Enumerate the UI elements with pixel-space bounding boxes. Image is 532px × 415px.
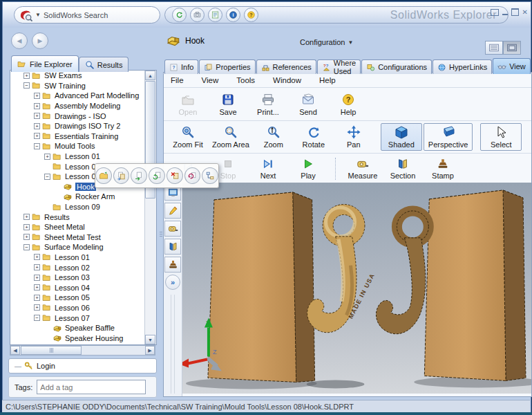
tree-expander[interactable]: +: [34, 284, 40, 290]
tree-item-label[interactable]: Mould Tools: [55, 142, 95, 150]
tree-item[interactable]: +Lesson 04: [10, 282, 145, 293]
tree-item[interactable]: +Sheet Metal Test: [10, 232, 145, 243]
open-button[interactable]: Open: [168, 91, 208, 118]
tree-item[interactable]: −SW Training: [10, 81, 145, 91]
scroll-right-arrow[interactable]: ▶: [145, 346, 155, 355]
tree-item[interactable]: −Surface Modeling: [10, 242, 145, 252]
refresh-button[interactable]: [172, 8, 187, 22]
tree-item-label[interactable]: Lesson 03: [55, 273, 90, 282]
back-button[interactable]: ◀: [11, 33, 28, 49]
help-button[interactable]: ?: [244, 8, 258, 22]
form-button[interactable]: [208, 8, 222, 22]
section-side-button[interactable]: [164, 239, 181, 255]
scroll-up-arrow[interactable]: ▲: [145, 71, 155, 80]
refs-doc-button[interactable]: [202, 167, 218, 184]
tree-item[interactable]: +Advanced Part Modelling: [10, 91, 145, 101]
tree-expander[interactable]: +: [23, 214, 30, 220]
expand-toolbar-button[interactable]: »: [165, 275, 180, 290]
tree-item-label[interactable]: Sheet Metal: [44, 223, 85, 231]
forward-button[interactable]: ▶: [32, 33, 48, 49]
menu-view[interactable]: View: [202, 76, 219, 84]
window-menu-button[interactable]: [491, 9, 499, 16]
tree-item[interactable]: +Assembly Modeling: [10, 101, 145, 111]
tree-expander[interactable]: +: [34, 295, 40, 301]
tree-expander[interactable]: +: [34, 254, 40, 260]
tab-where-used[interactable]: ??Where Used: [317, 59, 361, 74]
tab-info[interactable]: ?Info: [164, 59, 198, 74]
tree-item-label[interactable]: Essentials Training: [55, 132, 118, 140]
tree-expander[interactable]: +: [44, 154, 50, 160]
tree-item-label[interactable]: Lesson 07: [55, 314, 90, 322]
tab-properties[interactable]: Properties: [199, 59, 255, 74]
tree-expander[interactable]: +: [34, 275, 40, 281]
tree-item-label[interactable]: Lesson 01: [65, 152, 100, 160]
tree-horizontal-scrollbar[interactable]: ◀ ▶: [10, 345, 155, 356]
measure-side-button[interactable]: [164, 221, 181, 237]
tree-item[interactable]: +Lesson 06: [10, 303, 145, 313]
section-button[interactable]: Section: [383, 156, 423, 181]
copy-doc-button[interactable]: [113, 167, 130, 184]
right-mold-block[interactable]: [424, 190, 526, 380]
tree-expander[interactable]: −: [34, 143, 40, 149]
tree-item-label[interactable]: Speaker Baffle: [65, 324, 115, 332]
zoom-fit-button[interactable]: Zoom Fit: [168, 124, 208, 150]
zoom-area-button[interactable]: Zoom Area: [208, 124, 254, 150]
tree-expander[interactable]: +: [34, 123, 40, 129]
send-button[interactable]: Send: [288, 91, 328, 118]
tree-item[interactable]: +SW Exams: [10, 71, 145, 81]
rename-doc-button[interactable]: [149, 167, 165, 184]
replace-doc-button[interactable]: [184, 167, 201, 184]
login-item[interactable]: — Login: [8, 358, 157, 374]
tree-vertical-scrollbar[interactable]: ▲ ▼: [144, 71, 156, 344]
tree-item[interactable]: −Lesson 07: [10, 313, 145, 323]
tree-item-label[interactable]: Assembly Modeling: [55, 102, 120, 110]
search-dropdown-caret[interactable]: ▼: [35, 12, 41, 18]
tree-item-label[interactable]: Lesson 05: [55, 293, 90, 302]
tree-expander[interactable]: +: [34, 264, 40, 270]
hscroll-thumb[interactable]: [21, 346, 82, 355]
search-input[interactable]: ▼ SolidWorks Search: [14, 6, 160, 24]
tree-expander[interactable]: +: [34, 133, 40, 139]
tab-hyperlinks[interactable]: HyperLinks: [433, 59, 492, 74]
restore-button[interactable]: [511, 8, 519, 16]
scroll-left-arrow[interactable]: ◀: [10, 346, 20, 355]
tree-item[interactable]: +Essentials Training: [10, 131, 145, 142]
select-button[interactable]: Select: [480, 123, 522, 151]
tree-expander[interactable]: −: [23, 82, 30, 89]
tree-expander[interactable]: +: [23, 73, 30, 79]
menu-file[interactable]: File: [171, 76, 184, 84]
tree-item[interactable]: −Mould Tools: [10, 141, 145, 151]
tree-item-label[interactable]: Sheet Metal Test: [44, 233, 101, 241]
model-canvas[interactable]: MADE IN USA Y X Z: [182, 183, 531, 396]
tree-item-label[interactable]: Drawings - ISO: [55, 112, 106, 120]
tab-configurations[interactable]: Configurations: [361, 59, 432, 74]
menu-window[interactable]: Window: [273, 76, 301, 84]
panel-splitter[interactable]: [159, 70, 162, 398]
tree-item-label[interactable]: SW Training: [44, 82, 86, 90]
perspective-button[interactable]: Perspective: [424, 123, 473, 151]
tree-item-label[interactable]: Speaker Housing: [65, 334, 123, 342]
menu-help[interactable]: Help: [319, 76, 336, 84]
tags-input[interactable]: [37, 380, 146, 394]
tree-item-label[interactable]: Results: [44, 213, 70, 221]
tree-item-label[interactable]: Lesson 02: [55, 264, 90, 272]
tab-references[interactable]: References: [256, 59, 316, 74]
stamp-button[interactable]: Stamp: [423, 156, 463, 181]
configuration-dropdown[interactable]: Configuration ▼: [300, 38, 353, 46]
tree-item[interactable]: +Lesson 01: [10, 252, 145, 263]
tree-item-label[interactable]: Lesson 01: [55, 253, 90, 261]
tree-item[interactable]: +Lesson 01: [10, 151, 145, 162]
tab-view[interactable]: View: [493, 58, 531, 74]
tree-item-label[interactable]: Advanced Part Modelling: [55, 91, 139, 100]
tree-item[interactable]: +Results: [10, 212, 145, 222]
scroll-down-arrow[interactable]: ▼: [145, 335, 155, 344]
delete-doc-button[interactable]: [167, 167, 183, 184]
tree-item[interactable]: +Lesson 05: [10, 293, 145, 303]
tree-item[interactable]: Speaker Baffle: [10, 323, 145, 333]
tree-item-label[interactable]: Lesson 04: [55, 284, 90, 292]
info-button[interactable]: i: [226, 8, 240, 22]
zoom-button[interactable]: Zoom: [254, 124, 294, 150]
tree-item-label[interactable]: Surface Modeling: [44, 243, 104, 251]
play-button[interactable]: Play: [288, 156, 328, 181]
tree-expander[interactable]: +: [34, 113, 40, 119]
